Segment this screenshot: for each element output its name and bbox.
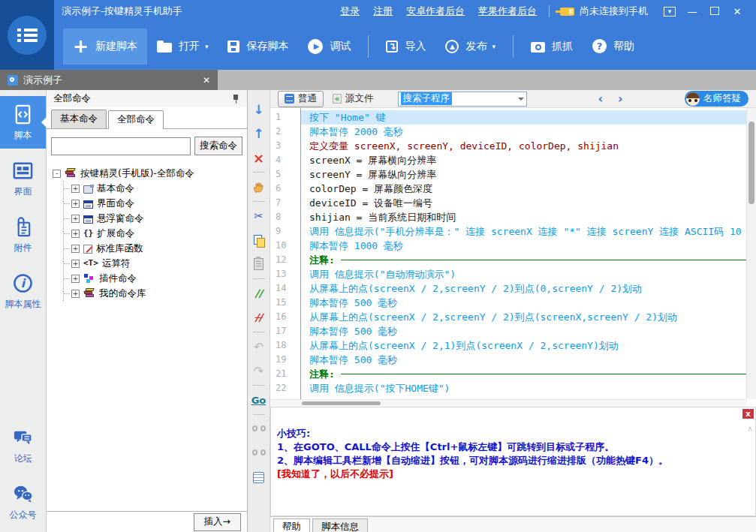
- toolstrip-button-redo[interactable]: ↷: [250, 362, 268, 380]
- code-editor[interactable]: 1按下 "Home" 键2脚本暂停 2000 毫秒3定义变量 screenX, …: [270, 108, 756, 407]
- code-line-9[interactable]: 9调用 信息提示("手机分辨率是：" 连接 screenX 连接 "*" 连接 …: [270, 224, 746, 239]
- expand-box-icon[interactable]: +: [71, 275, 80, 283]
- toolbar-button-open[interactable]: 打开▾: [147, 29, 218, 65]
- sidebar-item-script-props[interactable]: i脚本属性: [0, 265, 46, 317]
- tree-item[interactable]: +界面命令: [64, 196, 247, 211]
- toolstrip-button-undo[interactable]: ↶: [250, 338, 268, 356]
- toolstrip-button-cut[interactable]: ✂: [250, 207, 268, 225]
- titlebar-link[interactable]: 苹果作者后台: [478, 5, 537, 18]
- tab-close-icon[interactable]: ✕: [203, 75, 210, 86]
- toolstrip-button-delete[interactable]: ×: [250, 149, 268, 167]
- toolstrip-button-move-up[interactable]: ↑: [250, 125, 268, 143]
- code-line-3[interactable]: 3定义变量 screenX, screenY, deviceID, colorD…: [270, 139, 746, 153]
- minimize-to-tray-button[interactable]: ▾: [658, 7, 681, 17]
- tree-item[interactable]: +我的命令库: [64, 286, 247, 301]
- toolbar-button-help[interactable]: ?帮助: [583, 29, 644, 65]
- toolbar-button-new-script[interactable]: +新建脚本: [63, 29, 147, 65]
- sidebar-item-script[interactable]: 脚本: [0, 96, 46, 149]
- sidebar-item-wechat[interactable]: 公众号: [0, 476, 46, 528]
- pin-icon[interactable]: [232, 94, 240, 104]
- code-line-16[interactable]: 16从屏幕上的点(screenX / 2,screenY / 2)到点(scre…: [270, 310, 746, 324]
- command-panel-tab[interactable]: 基本命令: [51, 110, 107, 128]
- tree-item[interactable]: +<T>运算符: [64, 256, 247, 271]
- tree-item[interactable]: +标准库函数: [64, 241, 247, 256]
- toolstrip-button-goto[interactable]: Go: [250, 391, 268, 409]
- toolbar-button-save[interactable]: 保存脚本: [218, 29, 298, 65]
- code-line-7[interactable]: 7deviceID = 设备唯一编号: [270, 196, 746, 210]
- insert-button[interactable]: 插入→: [194, 513, 241, 531]
- code-line-22[interactable]: 22调用 信息提示("按下HOME键"): [270, 381, 746, 395]
- code-line-1[interactable]: 1按下 "Home" 键: [270, 110, 746, 125]
- toolbar-button-import[interactable]: ↴导入: [376, 29, 435, 65]
- tips-dismiss-link[interactable]: [我知道了，以后不必提示]: [277, 467, 740, 481]
- code-line-10[interactable]: 10脚本暂停 1000 毫秒: [270, 239, 746, 253]
- code-line-21[interactable]: 21注释:: [270, 367, 746, 381]
- sidebar-item-ui[interactable]: 界面: [0, 152, 46, 205]
- code-line-8[interactable]: 8shijian = 当前系统日期和时间: [270, 210, 746, 224]
- prev-arrow-icon[interactable]: ‹: [598, 92, 604, 106]
- code-line-5[interactable]: 5screenY = 屏幕纵向分辨率: [270, 167, 746, 182]
- vertical-scrollbar[interactable]: [746, 108, 756, 399]
- toolstrip-button-uncomment[interactable]: //: [250, 308, 268, 326]
- tree-item[interactable]: +插件命令: [64, 271, 247, 286]
- sidebar-item-attachment[interactable]: 附件: [0, 209, 46, 261]
- toolstrip-button-drag[interactable]: [250, 178, 268, 196]
- tree-item[interactable]: +悬浮窗命令: [64, 211, 247, 226]
- expand-box-icon[interactable]: +: [71, 215, 80, 223]
- toolstrip-button-find[interactable]: [250, 420, 268, 438]
- code-line-18[interactable]: 18从屏幕上的点(screenX / 2,1)到点(screenX / 2,sc…: [270, 338, 746, 353]
- tree-item[interactable]: +基本命令: [64, 181, 247, 196]
- titlebar-link[interactable]: 注册: [373, 5, 393, 18]
- toolstrip-button-copy[interactable]: [250, 231, 268, 249]
- toolbar-button-capture[interactable]: 抓抓: [521, 29, 583, 65]
- code-line-12[interactable]: 12注释:: [270, 253, 746, 267]
- code-line-4[interactable]: 4screenX = 屏幕横向分辨率: [270, 153, 746, 167]
- expand-box-icon[interactable]: +: [71, 200, 80, 208]
- vertical-scrollbar-thumb[interactable]: [748, 122, 754, 204]
- view-tab-source[interactable]: «源文件: [327, 92, 380, 107]
- bottom-tab[interactable]: 帮助: [273, 518, 310, 532]
- expand-box-icon[interactable]: +: [71, 185, 80, 193]
- tree-item[interactable]: +{}扩展命令: [64, 226, 247, 241]
- toolstrip-button-comment[interactable]: //: [250, 284, 268, 302]
- expand-box-icon[interactable]: +: [71, 230, 80, 238]
- close-button[interactable]: ✕: [726, 6, 748, 17]
- subroutine-search-combo[interactable]: 搜索子程序: [398, 92, 527, 107]
- app-menu-button[interactable]: [0, 0, 54, 70]
- horizontal-scrollbar[interactable]: [270, 399, 746, 407]
- tips-close-icon[interactable]: x: [742, 409, 754, 419]
- toolbar-button-debug[interactable]: ▶调试: [298, 29, 360, 65]
- code-line-14[interactable]: 14从屏幕上的点(screenX / 2,screenY / 2)到点(0,sc…: [270, 281, 746, 296]
- code-line-17[interactable]: 17脚本暂停 500 毫秒: [270, 324, 746, 338]
- expand-box-icon[interactable]: +: [71, 260, 80, 268]
- toolbar-button-publish[interactable]: ▲发布▾: [435, 29, 505, 65]
- titlebar-link[interactable]: 安卓作者后台: [406, 5, 465, 18]
- toolstrip-button-paste[interactable]: [250, 255, 268, 273]
- toolstrip-button-find-next[interactable]: [250, 444, 268, 462]
- code-line-15[interactable]: 15脚本暂停 500 毫秒: [270, 296, 746, 310]
- toolstrip-button-outline[interactable]: [250, 468, 268, 486]
- code-line-13[interactable]: 13调用 信息提示("自动滑动演示"): [270, 267, 746, 281]
- next-arrow-icon[interactable]: ›: [618, 92, 623, 106]
- sidebar-item-forum[interactable]: 论坛: [0, 419, 46, 472]
- tips-scroll-up-icon[interactable]: ∧: [747, 424, 753, 434]
- code-line-6[interactable]: 6colorDep = 屏幕颜色深度: [270, 182, 746, 196]
- document-tab[interactable]: 演示例子 ✕: [0, 70, 218, 90]
- command-search-button[interactable]: 搜索命令: [194, 137, 242, 155]
- command-search-input[interactable]: [51, 137, 191, 155]
- collapse-box-icon[interactable]: -: [53, 170, 61, 178]
- code-line-19[interactable]: 19脚本暂停 500 毫秒: [270, 353, 746, 367]
- toolstrip-button-move-down[interactable]: ↓: [250, 101, 268, 119]
- code-line-2[interactable]: 2脚本暂停 2000 毫秒: [270, 125, 746, 139]
- minimize-button[interactable]: —: [681, 6, 703, 17]
- bottom-tab[interactable]: 脚本信息: [312, 518, 368, 532]
- expand-box-icon[interactable]: +: [71, 290, 80, 298]
- tree-root-row[interactable]: - 按键精灵(手机版)-全部命令: [53, 166, 247, 181]
- maximize-button[interactable]: [703, 6, 726, 17]
- command-panel-tab[interactable]: 全部命令: [108, 110, 164, 129]
- horizontal-scrollbar-thumb[interactable]: [302, 401, 381, 405]
- teacher-qa-button[interactable]: 名师答疑: [685, 91, 748, 107]
- view-tab-normal[interactable]: 普通: [278, 91, 324, 107]
- titlebar-link[interactable]: 登录: [340, 5, 360, 18]
- expand-box-icon[interactable]: +: [71, 245, 80, 253]
